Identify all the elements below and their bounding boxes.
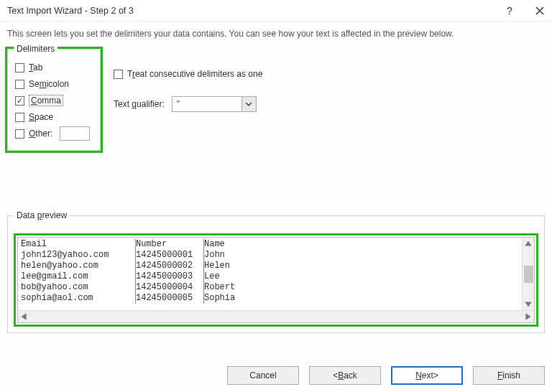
delimiters-legend: Delimiters (14, 44, 58, 54)
data-preview-group: Data preview EmailNumberNamejohn123@yaho… (7, 215, 545, 333)
close-icon (535, 6, 544, 15)
data-preview-legend: Data preview (14, 210, 70, 220)
checkbox-comma[interactable]: Comma (15, 93, 93, 108)
titlebar: Text Import Wizard - Step 2 of 3 ? (0, 0, 552, 22)
scroll-down-icon (524, 300, 533, 309)
preview-grid: EmailNumberNamejohn123@yahoo.com14245000… (18, 238, 522, 310)
window-title: Text Import Wizard - Step 2 of 3 (7, 6, 503, 16)
help-button[interactable]: ? (503, 4, 516, 17)
scroll-left-icon (19, 312, 28, 321)
dropdown-button[interactable] (242, 97, 256, 111)
close-button[interactable] (533, 4, 546, 17)
vertical-scrollbar[interactable] (522, 238, 534, 310)
next-button[interactable]: Next > (391, 366, 463, 385)
back-button[interactable]: < Back (309, 366, 381, 385)
finish-button[interactable]: Finish (473, 366, 545, 385)
table-row: EmailNumberName (21, 239, 519, 250)
chevron-down-icon (245, 101, 252, 108)
scroll-up-icon (524, 239, 533, 248)
checkbox-box (15, 129, 24, 139)
text-qualifier-label: Text qualifier: (114, 99, 165, 109)
checkbox-box (114, 70, 123, 79)
checkbox-box (15, 80, 24, 89)
scroll-right-icon (524, 312, 533, 321)
table-row: john123@yahoo.com14245000001John (21, 250, 519, 261)
text-qualifier-select[interactable]: " (172, 96, 257, 112)
checkbox-space[interactable]: Space (15, 110, 93, 124)
dialog-buttons: Cancel < Back Next > Finish (227, 366, 545, 385)
checkbox-box (15, 63, 24, 73)
checkbox-box (15, 113, 24, 122)
text-qualifier-value: " (172, 99, 242, 109)
table-row: helen@yahoo.com14245000002Helen (21, 261, 519, 271)
instruction-text: This screen lets you set the delimiters … (0, 22, 552, 49)
checkbox-other[interactable]: Other: (15, 126, 93, 141)
delimiters-group: Delimiters Tab Semicolon Comma Space Oth… (7, 49, 101, 151)
table-row: lee@gmail.com14245000003Lee (21, 271, 519, 282)
checkbox-tab[interactable]: Tab (15, 60, 93, 75)
checkbox-box (15, 96, 24, 106)
checkbox-semicolon[interactable]: Semicolon (15, 77, 93, 91)
cancel-button[interactable]: Cancel (227, 366, 299, 385)
table-row: sophia@aol.com14245000005Sophia (21, 293, 519, 304)
other-delimiter-input[interactable] (60, 126, 90, 141)
horizontal-scrollbar[interactable] (18, 310, 534, 322)
scrollbar-thumb[interactable] (524, 266, 533, 283)
table-row: bob@yahoo.com14245000004Robert (21, 282, 519, 293)
checkbox-treat-consecutive[interactable]: Treat consecutive delimiters as one (114, 67, 262, 81)
